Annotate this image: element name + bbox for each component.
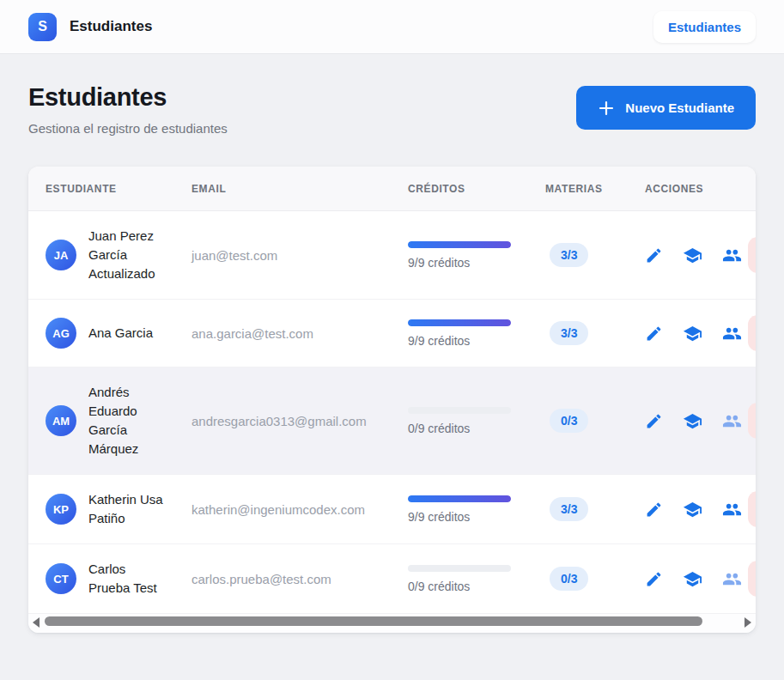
materias-cell: 3/3 (545, 243, 637, 267)
actions-cell (637, 569, 748, 589)
graduation-cap-icon (683, 569, 702, 589)
delete-button[interactable] (748, 491, 756, 527)
table-row-kp: KP Katherin Usa Patiño katherin@ingenium… (28, 475, 756, 544)
avatar: CT (46, 563, 76, 594)
graduation-cap-icon (683, 500, 702, 519)
credits-cell: 9/9 créditos (408, 319, 545, 348)
scrollbar-thumb[interactable] (45, 616, 702, 626)
people-icon (722, 500, 742, 519)
horizontal-scrollbar (28, 614, 756, 633)
table-header-row: Estudiante Email Créditos Materias Accio… (28, 167, 756, 211)
avatar-initials: KP (53, 503, 69, 516)
avatar: AM (46, 405, 76, 436)
people-icon (722, 324, 742, 343)
actions-cell (637, 246, 748, 265)
scroll-right-arrow[interactable] (744, 617, 751, 628)
credits-progress-fill (408, 495, 511, 502)
plus-icon (598, 100, 615, 117)
student-cell: AG Ana Garcia (28, 318, 191, 349)
pencil-icon (645, 412, 663, 430)
app-logo-letter: S (38, 19, 47, 34)
nav-item-estudiantes[interactable]: Estudiantes (653, 11, 756, 43)
edit-button[interactable] (645, 246, 663, 264)
credits-progress-track (408, 241, 511, 248)
table-row-ag: AG Ana Garcia ana.garcia@test.com 9/9 cr… (28, 300, 756, 367)
pencil-icon (645, 325, 663, 343)
column-header-email: Email (191, 183, 408, 195)
credits-label: 0/9 créditos (408, 580, 545, 593)
subjects-button[interactable] (683, 246, 702, 265)
materias-badge: 3/3 (550, 497, 588, 521)
edit-button[interactable] (645, 325, 663, 343)
group-button[interactable] (722, 324, 742, 343)
credits-label: 9/9 créditos (408, 334, 545, 348)
subjects-button[interactable] (683, 411, 702, 431)
student-cell: JA Juan Perez García Actualizado (28, 227, 191, 283)
new-student-button[interactable]: Nuevo Estudiante (576, 86, 756, 130)
credits-cell: 0/9 créditos (408, 565, 545, 593)
materias-badge: 0/3 (550, 567, 588, 591)
actions-cell (637, 500, 748, 519)
credits-cell: 0/9 créditos (408, 407, 545, 435)
pencil-icon (645, 246, 663, 264)
student-name: Juan Perez García Actualizado (88, 227, 164, 283)
student-cell: AM Andrés Eduardo García Márquez (28, 383, 191, 458)
credits-progress-track (408, 407, 511, 414)
column-header-creditos: Créditos (408, 183, 545, 195)
delete-button[interactable] (748, 315, 756, 351)
table-row-ja: JA Juan Perez García Actualizado juan@te… (28, 211, 756, 300)
pencil-icon (645, 570, 663, 588)
people-icon (722, 411, 742, 431)
column-header-acciones: Acciones (637, 183, 748, 195)
delete-button[interactable] (748, 561, 756, 597)
group-button[interactable] (722, 246, 742, 265)
graduation-cap-icon (683, 411, 702, 431)
delete-button[interactable] (748, 237, 756, 273)
group-button[interactable] (722, 500, 742, 519)
delete-button[interactable] (748, 403, 756, 439)
subjects-button[interactable] (683, 324, 702, 343)
app-logo: S (28, 13, 57, 41)
student-email: juan@test.com (191, 248, 408, 263)
page-subtitle: Gestiona el registro de estudiantes (28, 121, 228, 136)
student-email: carlos.prueba@test.com (191, 572, 408, 586)
edit-button[interactable] (645, 412, 663, 430)
edit-button[interactable] (645, 570, 663, 588)
table-row-am: AM Andrés Eduardo García Márquez andresg… (28, 367, 756, 475)
student-name: Katherin Usa Patiño (88, 490, 164, 528)
subjects-button[interactable] (683, 569, 702, 589)
people-icon (722, 569, 742, 589)
credits-cell: 9/9 créditos (408, 495, 545, 524)
people-icon (722, 246, 742, 265)
credits-progress-fill (408, 241, 511, 248)
group-button[interactable] (722, 411, 742, 431)
table-body: JA Juan Perez García Actualizado juan@te… (28, 211, 756, 614)
actions-cell (637, 324, 748, 343)
subjects-button[interactable] (683, 500, 702, 519)
students-table-card: Estudiante Email Créditos Materias Accio… (28, 167, 756, 633)
main-content: Estudiantes Gestiona el registro de estu… (0, 83, 784, 633)
graduation-cap-icon (683, 324, 702, 343)
scroll-left-arrow[interactable] (33, 617, 40, 628)
credits-label: 9/9 créditos (408, 510, 545, 524)
app-title: Estudiantes (70, 18, 152, 35)
column-header-materias: Materias (545, 183, 637, 195)
group-button[interactable] (722, 569, 742, 589)
credits-progress-fill (408, 319, 511, 326)
student-cell: KP Katherin Usa Patiño (28, 490, 191, 528)
credits-label: 9/9 créditos (408, 256, 545, 270)
credits-label: 0/9 créditos (408, 422, 545, 435)
credits-cell: 9/9 créditos (408, 241, 545, 270)
avatar-initials: AM (52, 415, 70, 428)
credits-progress-track (408, 495, 511, 502)
edit-button[interactable] (645, 501, 663, 519)
actions-cell (637, 411, 748, 431)
column-header-estudiante: Estudiante (28, 183, 191, 195)
student-name: Andrés Eduardo García Márquez (88, 383, 164, 458)
student-email: ana.garcia@test.com (191, 326, 408, 341)
topbar: S Estudiantes Estudiantes (0, 0, 784, 54)
graduation-cap-icon (683, 246, 702, 265)
student-name: Carlos Prueba Test (88, 560, 164, 598)
pencil-icon (645, 501, 663, 519)
page-title: Estudiantes (28, 83, 228, 112)
